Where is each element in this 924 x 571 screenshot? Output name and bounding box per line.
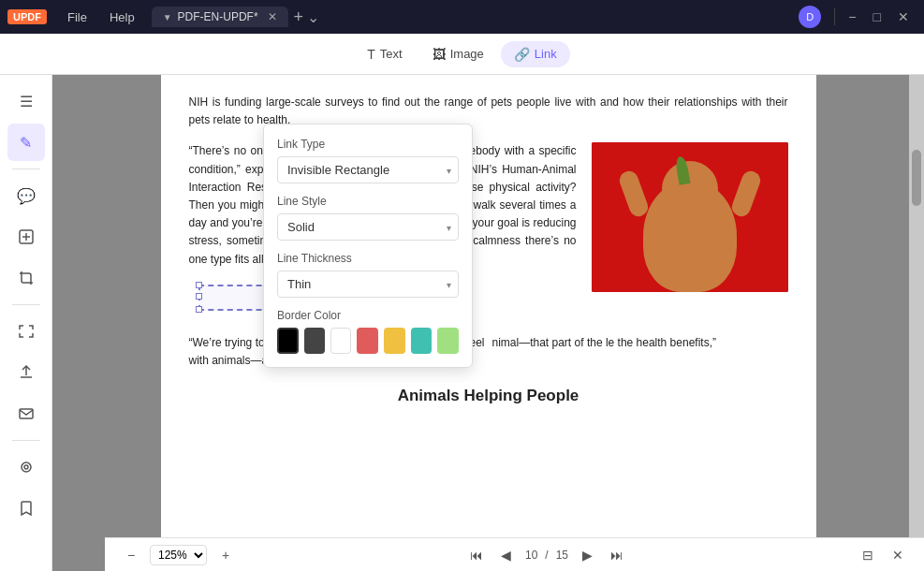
window-controls: D − □ ✕: [799, 6, 917, 28]
pdf-headline: Animals Helping People: [189, 387, 788, 405]
tab-title: PDF-EN-UPDF*: [178, 10, 258, 23]
page-separator: /: [545, 549, 548, 562]
sidebar-divider-2: [12, 304, 40, 305]
svg-point-2: [22, 462, 31, 472]
link-type-select[interactable]: Invisible Rectangle Rectangle: [277, 156, 459, 183]
line-style-label: Line Style: [277, 195, 459, 208]
color-swatch-black[interactable]: [277, 328, 299, 354]
tab-overflow-button[interactable]: ⌄: [307, 8, 319, 26]
sidebar-divider-3: [12, 440, 40, 441]
sidebar-item-layers[interactable]: [7, 448, 45, 486]
zoom-select[interactable]: 125%: [150, 545, 207, 565]
line-style-select[interactable]: Solid Dashed: [277, 213, 459, 241]
pdf-text-4: nimal—that part of the le the health ben…: [492, 334, 788, 370]
close-button[interactable]: ✕: [890, 6, 917, 28]
annotation-toolbar: T Text 🖼 Image 🔗 Link: [0, 34, 924, 75]
image-tool-button[interactable]: 🖼 Image: [419, 41, 497, 67]
app-logo: UPDF: [7, 9, 47, 24]
menu-bar: File Help: [58, 7, 144, 28]
pdf-page: NIH is funding large-scale surveys to fi…: [161, 75, 816, 571]
active-tab[interactable]: ▼ PDF-EN-UPDF* ✕: [152, 7, 288, 27]
page-total: 15: [556, 549, 568, 562]
zoom-in-button[interactable]: +: [214, 544, 237, 566]
link-type-label: Link Type: [277, 138, 459, 151]
minimize-button[interactable]: −: [841, 6, 863, 28]
svg-rect-1: [20, 409, 33, 418]
new-tab-button[interactable]: +: [294, 7, 304, 27]
sidebar-item-edit[interactable]: ✎: [7, 124, 45, 161]
svg-point-3: [24, 465, 28, 469]
last-page-button[interactable]: ⏭: [606, 544, 628, 566]
color-swatches: [277, 328, 459, 354]
line-thickness-select[interactable]: Thin Medium Thick: [277, 271, 459, 298]
tab-close-button[interactable]: ✕: [268, 10, 277, 23]
sidebar-item-crop[interactable]: [7, 259, 45, 297]
titlebar: UPDF File Help ▼ PDF-EN-UPDF* ✕ + ⌄ D − …: [0, 0, 924, 34]
scrollbar-thumb[interactable]: [912, 150, 921, 206]
line-thickness-label: Line Thickness: [277, 252, 459, 265]
image-tool-label: Image: [450, 47, 484, 61]
tab-bar: ▼ PDF-EN-UPDF* ✕ + ⌄: [152, 7, 799, 27]
menu-file[interactable]: File: [58, 7, 96, 28]
page-current: 10: [525, 549, 537, 562]
close-panel-button[interactable]: ✕: [887, 544, 909, 566]
sidebar-item-shapes[interactable]: [7, 218, 45, 256]
sidebar-item-bookmark[interactable]: [7, 490, 45, 527]
text-tool-button[interactable]: T Text: [354, 41, 415, 67]
link-tool-button[interactable]: 🔗 Link: [501, 41, 570, 67]
user-avatar[interactable]: D: [799, 6, 821, 28]
sidebar-item-expand[interactable]: [7, 313, 45, 350]
link-type-select-wrapper: Invisible Rectangle Rectangle ▾: [277, 156, 459, 183]
tab-icon: ▼: [163, 12, 172, 22]
sidebar-item-share[interactable]: [7, 354, 45, 391]
line-style-select-wrapper: Solid Dashed ▾: [277, 213, 459, 241]
link-tool-label: Link: [535, 47, 557, 61]
maximize-button[interactable]: □: [866, 6, 888, 28]
fit-width-button[interactable]: ⊟: [857, 544, 879, 566]
color-swatch-teal[interactable]: [411, 328, 433, 354]
border-color-section: Border Color: [277, 309, 459, 354]
sidebar-item-pages[interactable]: ☰: [7, 82, 45, 120]
link-panel: Link Type Invisible Rectangle Rectangle …: [263, 124, 473, 368]
sidebar-divider-1: [12, 168, 40, 169]
color-swatch-green[interactable]: [437, 328, 459, 354]
prev-page-button[interactable]: ◀: [495, 544, 518, 566]
color-swatch-white[interactable]: [330, 328, 351, 354]
color-swatch-red[interactable]: [357, 328, 378, 354]
pdf-dog-image: [592, 142, 788, 292]
first-page-button[interactable]: ⏮: [465, 544, 488, 566]
scrollbar[interactable]: [909, 75, 924, 537]
color-swatch-dark-gray[interactable]: [304, 328, 326, 354]
menu-help[interactable]: Help: [100, 7, 144, 28]
sidebar-item-comment[interactable]: 💬: [7, 177, 45, 214]
sidebar-item-mail[interactable]: [7, 395, 45, 432]
pdf-area: NIH is funding large-scale surveys to fi…: [52, 75, 924, 571]
sidebar: ☰ ✎ 💬: [0, 75, 52, 571]
text-tool-label: Text: [380, 47, 403, 61]
bottom-bar: − 125% + ⏮ ◀ 10 / 15 ▶ ⏭ ⊟ ✕: [105, 537, 924, 571]
main-area: ☰ ✎ 💬: [0, 75, 924, 571]
text-tool-icon: T: [367, 47, 375, 62]
line-thickness-select-wrapper: Thin Medium Thick ▾: [277, 271, 459, 298]
next-page-button[interactable]: ▶: [576, 544, 598, 566]
border-color-label: Border Color: [277, 309, 459, 322]
color-swatch-yellow[interactable]: [384, 328, 405, 354]
link-tool-icon: 🔗: [514, 47, 530, 62]
zoom-out-button[interactable]: −: [120, 544, 142, 566]
image-tool-icon: 🖼: [433, 47, 446, 62]
